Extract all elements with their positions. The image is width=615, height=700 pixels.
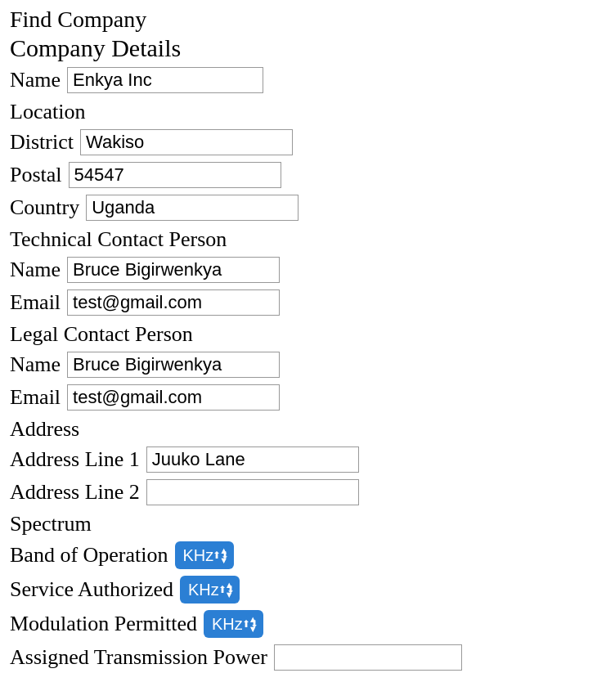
arrow-up-icon: ▲ <box>249 614 258 624</box>
modulation-permitted-value: KHz <box>212 615 243 634</box>
postal-input[interactable] <box>69 162 281 188</box>
postal-label: Postal <box>10 163 62 187</box>
address-line2-input[interactable] <box>146 479 359 505</box>
location-heading: Location <box>10 100 605 124</box>
technical-contact-heading: Technical Contact Person <box>10 227 605 252</box>
postal-row: Postal <box>10 162 605 188</box>
legal-name-row: Name <box>10 352 605 378</box>
legal-email-input[interactable] <box>67 384 280 411</box>
arrow-down-icon: ▼ <box>219 555 228 565</box>
company-name-label: Name <box>10 68 61 92</box>
arrow-up-icon: ▲ <box>219 545 228 555</box>
tech-name-row: Name <box>10 257 605 283</box>
country-row: Country <box>10 195 605 221</box>
service-authorized-select[interactable]: KHz ▲ ▼ <box>180 576 240 604</box>
tech-email-label: Email <box>10 290 61 315</box>
service-authorized-value: KHz <box>188 581 219 599</box>
company-details-title: Company Details <box>10 34 605 62</box>
service-authorized-arrows: ▲ ▼ <box>222 579 236 600</box>
band-operation-select-wrapper[interactable]: KHz ▲ ▼ <box>175 541 235 569</box>
address-heading: Address <box>10 417 605 442</box>
tech-name-label: Name <box>10 258 61 282</box>
transmission-power-row: Assigned Transmission Power <box>10 644 605 671</box>
district-row: District <box>10 129 605 155</box>
arrow-down-icon: ▼ <box>225 590 234 599</box>
company-name-input[interactable] <box>67 67 263 93</box>
modulation-permitted-arrows: ▲ ▼ <box>246 613 260 635</box>
tech-name-input[interactable] <box>67 257 280 283</box>
modulation-permitted-select[interactable]: KHz ▲ ▼ <box>204 610 263 638</box>
service-authorized-select-wrapper[interactable]: KHz ▲ ▼ <box>180 576 240 604</box>
address-line1-input[interactable] <box>146 446 359 473</box>
transmission-power-input[interactable] <box>274 644 462 671</box>
band-operation-arrows: ▲ ▼ <box>217 545 231 566</box>
service-authorized-row: Service Authorized KHz ▲ ▼ <box>10 576 605 604</box>
legal-email-row: Email <box>10 384 605 411</box>
legal-name-label: Name <box>10 352 61 377</box>
legal-name-input[interactable] <box>67 352 280 378</box>
address-line1-row: Address Line 1 <box>10 446 605 473</box>
modulation-permitted-label: Modulation Permitted <box>10 612 197 636</box>
band-operation-select[interactable]: KHz ▲ ▼ <box>175 541 235 569</box>
band-operation-label: Band of Operation <box>10 543 168 568</box>
modulation-permitted-row: Modulation Permitted KHz ▲ ▼ <box>10 610 605 638</box>
address-line1-label: Address Line 1 <box>10 447 140 472</box>
address-line2-label: Address Line 2 <box>10 480 140 505</box>
district-input[interactable] <box>80 129 293 155</box>
modulation-permitted-select-wrapper[interactable]: KHz ▲ ▼ <box>204 610 263 638</box>
country-label: Country <box>10 195 79 220</box>
tech-email-input[interactable] <box>67 289 280 316</box>
legal-email-label: Email <box>10 385 61 410</box>
tech-email-row: Email <box>10 289 605 316</box>
band-operation-row: Band of Operation KHz ▲ ▼ <box>10 541 605 569</box>
arrow-down-icon: ▼ <box>249 624 258 634</box>
transmission-power-label: Assigned Transmission Power <box>10 645 267 670</box>
company-name-row: Name <box>10 67 605 93</box>
service-authorized-label: Service Authorized <box>10 577 173 602</box>
spectrum-heading: Spectrum <box>10 512 605 536</box>
district-label: District <box>10 130 74 155</box>
arrow-up-icon: ▲ <box>225 580 234 590</box>
find-company-title: Find Company <box>10 7 605 33</box>
address-line2-row: Address Line 2 <box>10 479 605 505</box>
legal-contact-heading: Legal Contact Person <box>10 322 605 347</box>
band-operation-value: KHz <box>183 546 214 565</box>
country-input[interactable] <box>86 195 299 221</box>
